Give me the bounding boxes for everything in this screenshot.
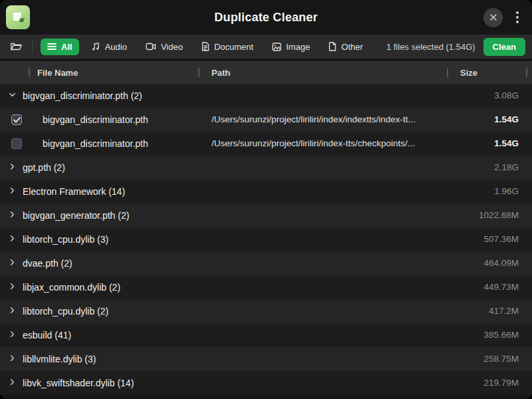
file-path: /Users/surunzi/project/liriliri/index-tt… xyxy=(211,132,446,156)
music-note-icon xyxy=(91,42,100,51)
group-label: bigvgan_generator.pth (2) xyxy=(23,203,129,227)
group-size: 417.2M xyxy=(489,299,519,323)
filter-label: Audio xyxy=(105,42,127,52)
group-row[interactable]: dvae.pth (2)464.09M xyxy=(0,251,532,275)
column-resize-handle[interactable] xyxy=(198,68,200,77)
column-resize-handle[interactable] xyxy=(447,68,448,77)
app-window: Duplicate Cleaner All xyxy=(0,0,532,399)
group-row[interactable]: esbuild (41)385.66M xyxy=(0,323,532,347)
chevron-right-icon[interactable] xyxy=(9,235,16,242)
toolbar-divider xyxy=(32,41,33,53)
folder-open-icon xyxy=(10,41,22,52)
toolbar: All Audio V xyxy=(0,35,532,59)
document-icon xyxy=(201,42,209,51)
group-row[interactable]: bigvgan_generator.pth (2)1022.68M xyxy=(0,203,532,227)
group-label: libjax_common.dylib (2) xyxy=(23,275,120,299)
group-row[interactable]: gpt.pth (2)2.18G xyxy=(0,156,532,180)
filter-label: Image xyxy=(286,42,310,52)
image-icon xyxy=(272,43,281,51)
kebab-menu-icon[interactable] xyxy=(512,9,523,26)
filter-group: All Audio V xyxy=(41,39,370,55)
column-header-path[interactable]: Path xyxy=(211,61,230,84)
chevron-down-icon[interactable] xyxy=(9,91,16,98)
close-icon[interactable] xyxy=(483,8,503,27)
filter-label: Video xyxy=(161,42,183,52)
chevron-right-icon[interactable] xyxy=(9,378,16,386)
filter-label: Other xyxy=(341,42,363,52)
selection-status: 1 files selected (1.54G) xyxy=(386,42,475,52)
duplicate-list: bigvgan_discriminator.pth (2)3.08Gbigvga… xyxy=(0,84,532,399)
filter-video[interactable]: Video xyxy=(139,39,190,55)
titlebar: Duplicate Cleaner xyxy=(0,0,532,35)
filter-document[interactable]: Document xyxy=(195,39,260,55)
filter-audio[interactable]: Audio xyxy=(84,39,134,55)
chevron-right-icon[interactable] xyxy=(9,283,16,290)
group-label: libvk_swiftshader.dylib (14) xyxy=(23,371,134,395)
group-row[interactable]: libvk_swiftshader.dylib (14)219.79M xyxy=(0,371,532,395)
group-row[interactable]: Electron Framework (14)1.96G xyxy=(0,180,532,203)
chevron-right-icon[interactable] xyxy=(9,307,16,314)
chevron-right-icon[interactable] xyxy=(9,354,16,362)
group-size: 219.79M xyxy=(483,371,519,395)
app-logo-icon xyxy=(6,5,30,29)
group-size: 2.18G xyxy=(494,156,519,180)
group-label: libtorch_cpu.dylib (3) xyxy=(23,227,108,251)
group-size: 385.66M xyxy=(483,323,519,347)
group-size: 449.73M xyxy=(483,275,519,299)
table-header: File Name Path Size xyxy=(0,61,532,84)
group-label: Electron Framework (14) xyxy=(23,180,125,203)
filter-all[interactable]: All xyxy=(41,39,79,55)
group-size: 1022.68M xyxy=(479,203,519,227)
file-path: /Users/surunzi/project/liriliri/index/in… xyxy=(211,108,446,132)
page-title: Duplicate Cleaner xyxy=(0,11,532,25)
open-folder-button[interactable] xyxy=(7,41,25,52)
group-row[interactable]: libjax_common.dylib (2)449.73M xyxy=(0,275,532,299)
file-name: bigvgan_discriminator.pth xyxy=(43,108,148,132)
group-size: 507.36M xyxy=(483,227,519,251)
column-header-size[interactable]: Size xyxy=(460,61,477,84)
group-row[interactable]: libllvmlite.dylib (3)258.75M xyxy=(0,347,532,371)
column-resize-handle[interactable] xyxy=(29,68,30,77)
file-size: 1.54G xyxy=(494,108,519,132)
checkbox-checked[interactable] xyxy=(11,114,22,125)
file-row[interactable]: bigvgan_discriminator.pth/Users/surunzi/… xyxy=(0,132,532,156)
chevron-right-icon[interactable] xyxy=(9,163,16,170)
group-size: 464.09M xyxy=(483,251,519,275)
chevron-right-icon[interactable] xyxy=(9,211,16,218)
filter-other[interactable]: Other xyxy=(322,39,370,55)
group-row[interactable]: libtorch_cpu.dylib (3)507.36M xyxy=(0,227,532,251)
group-label: gpt.pth (2) xyxy=(23,156,65,180)
filter-label: Document xyxy=(214,42,253,52)
list-icon xyxy=(47,43,57,51)
group-row[interactable]: bigvgan_discriminator.pth (2)3.08G xyxy=(0,84,532,108)
file-name: bigvgan_discriminator.pth xyxy=(43,132,148,156)
file-size: 1.54G xyxy=(494,132,519,156)
filter-label: All xyxy=(61,42,72,52)
file-row[interactable]: bigvgan_discriminator.pth/Users/surunzi/… xyxy=(0,108,532,132)
group-row[interactable]: libtorch_cpu.dylib (2)417.2M xyxy=(0,299,532,323)
chevron-right-icon[interactable] xyxy=(9,331,16,338)
group-label: libllvmlite.dylib (3) xyxy=(23,347,96,371)
file-icon xyxy=(329,42,336,51)
clean-button[interactable]: Clean xyxy=(483,38,525,56)
group-size: 3.08G xyxy=(494,84,519,108)
checkbox-unchecked[interactable] xyxy=(11,138,22,149)
group-label: dvae.pth (2) xyxy=(23,251,72,275)
video-camera-icon xyxy=(146,43,156,51)
group-label: esbuild (41) xyxy=(23,323,71,347)
group-size: 1.96G xyxy=(494,180,519,203)
group-label: libtorch_cpu.dylib (2) xyxy=(23,299,108,323)
filter-image[interactable]: Image xyxy=(265,39,317,55)
column-resize-handle[interactable] xyxy=(526,68,527,77)
group-size: 258.75M xyxy=(483,347,519,371)
chevron-right-icon[interactable] xyxy=(9,259,16,266)
column-header-file-name[interactable]: File Name xyxy=(37,61,78,84)
group-label: bigvgan_discriminator.pth (2) xyxy=(23,84,142,108)
chevron-right-icon[interactable] xyxy=(9,187,16,194)
